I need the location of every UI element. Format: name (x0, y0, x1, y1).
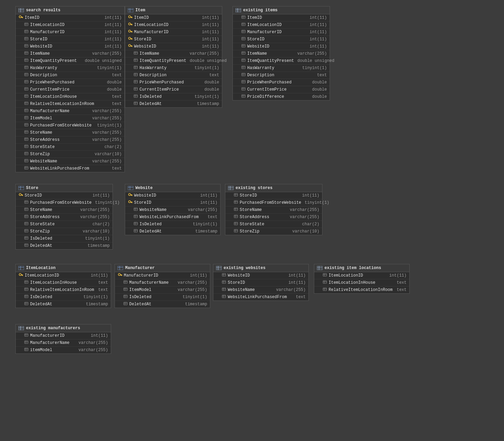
svg-rect-203 (134, 222, 137, 225)
svg-rect-247 (25, 302, 28, 305)
column-name: ManufacturerID (247, 30, 282, 35)
column-icon (241, 72, 246, 78)
table-row: WebsiteNamevarchar(255) (125, 206, 220, 214)
column-icon (241, 94, 246, 100)
column-type: varchar(10) (292, 229, 319, 234)
column-icon (24, 165, 29, 172)
table-row: StoreIDint(11) (233, 36, 330, 43)
table-row: WebsiteIDint(11) (125, 192, 220, 199)
column-type: text (112, 73, 122, 78)
svg-rect-128 (242, 30, 245, 33)
column-type: int(11) (93, 193, 110, 198)
column-type: varchar(255) (92, 137, 122, 142)
column-name: ItemLocationID (30, 23, 65, 27)
svg-rect-163 (22, 195, 23, 196)
column-name: Description (140, 73, 167, 78)
svg-rect-71 (128, 8, 133, 12)
table-row: ItemLocationInHousetext (16, 279, 111, 286)
column-type: varchar(255) (297, 51, 327, 56)
key-icon (128, 192, 133, 199)
svg-rect-174 (25, 222, 28, 225)
column-type: int(11) (202, 23, 219, 27)
table-row: IsDeletedtinyint(1) (16, 294, 111, 301)
svg-rect-59 (25, 145, 28, 148)
column-name: StoreAddress (30, 215, 59, 219)
column-name: ManufacturerID (124, 273, 158, 278)
table-header-existing_stores: existing stores (225, 184, 322, 192)
table-row: StoreIDint(11) (125, 199, 220, 206)
column-icon (24, 122, 29, 129)
svg-rect-125 (242, 23, 245, 26)
column-type: tinyint(1) (302, 66, 327, 70)
table-row: ItemIDint(11) (125, 14, 222, 22)
table-title: existing items (243, 8, 278, 13)
column-name: PriceDifference (247, 94, 284, 99)
column-type: varchar(255) (92, 51, 122, 56)
svg-rect-149 (242, 80, 245, 83)
table-row: ItemModelvarchar(255) (115, 286, 210, 294)
column-icon (322, 272, 327, 279)
table-row: PriceWhenPurchaseddouble (16, 79, 124, 86)
column-icon (24, 158, 29, 164)
svg-rect-89 (131, 39, 132, 40)
column-name: ItemName (247, 51, 267, 56)
column-type: tinyint(1) (95, 200, 120, 205)
column-type: int(11) (310, 37, 327, 42)
column-icon (24, 101, 29, 107)
column-icon (24, 43, 29, 50)
view-icon (18, 8, 24, 12)
column-icon (24, 294, 29, 300)
column-icon (123, 294, 128, 300)
column-name: StoreName (30, 208, 52, 212)
column-name: IsDeleted (129, 295, 151, 299)
view-icon (216, 266, 222, 270)
column-name: ManufacturerName (129, 280, 169, 285)
column-name: CurrentItemPrice (247, 87, 287, 92)
svg-rect-109 (134, 88, 137, 90)
column-icon (234, 207, 238, 213)
svg-rect-5 (21, 17, 23, 17)
svg-rect-235 (21, 275, 23, 275)
column-icon (234, 214, 238, 220)
column-name: HasWarranty (140, 66, 167, 70)
column-icon (24, 51, 29, 57)
table-row: IsDeletedtinyint(1) (16, 235, 112, 242)
table-row: ItemLocationIDint(11) (233, 22, 330, 29)
table-title: existing manufacturers (26, 326, 80, 331)
key-icon (18, 15, 23, 21)
column-type: double (312, 94, 327, 99)
column-icon (24, 144, 29, 150)
column-type: tinyint(1) (97, 123, 122, 128)
column-name: WebsiteID (30, 44, 52, 49)
svg-rect-168 (25, 208, 28, 211)
column-icon (241, 22, 246, 28)
svg-rect-8 (25, 23, 28, 26)
table-row: StoreNamevarchar(255) (16, 129, 124, 136)
column-icon (24, 72, 29, 78)
column-name: PriceWhenPurchased (140, 80, 184, 85)
svg-rect-244 (25, 295, 28, 298)
column-type: varchar(255) (178, 288, 207, 292)
svg-rect-35 (25, 88, 28, 90)
table-title: Manufacturer (125, 266, 155, 270)
column-name: RelativeItemLocationInRoom (30, 288, 94, 292)
table-row: ItemLocationInHousetext (16, 93, 124, 101)
column-icon (24, 340, 29, 346)
column-type: int(11) (190, 273, 207, 278)
table-row: RelativeItemLocationInRoomtext (314, 286, 409, 293)
column-type: char(2) (105, 145, 122, 149)
column-name: StoreAddress (30, 137, 59, 142)
column-name: ItemLocationID (247, 23, 282, 27)
svg-rect-106 (134, 80, 137, 83)
column-name: WebsiteID (134, 193, 156, 198)
svg-point-189 (129, 193, 131, 196)
table-row: DeletedAttimestamp (125, 228, 220, 235)
svg-rect-152 (242, 88, 245, 90)
table-row: StoreZipvarchar(10) (225, 228, 322, 235)
column-icon (241, 29, 246, 35)
svg-rect-146 (242, 73, 245, 76)
svg-rect-17 (25, 44, 28, 47)
column-type: varchar(255) (80, 215, 110, 219)
column-type: varchar(10) (83, 229, 110, 234)
table-icon (18, 266, 24, 270)
